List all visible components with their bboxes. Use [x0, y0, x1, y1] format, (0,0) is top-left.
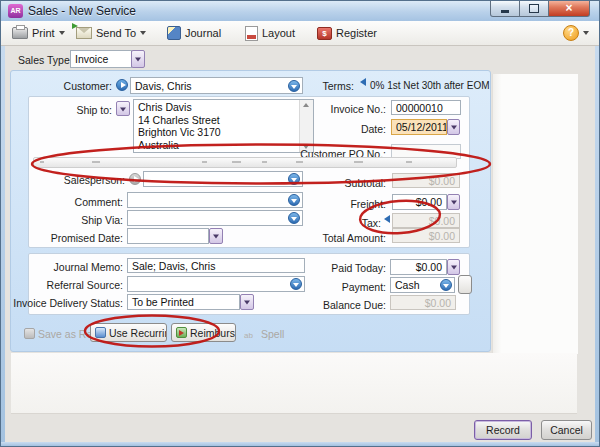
scroll-up-icon — [303, 103, 309, 107]
journal-memo-field[interactable]: Sale; Davis, Chris — [127, 258, 305, 273]
close-button[interactable] — [548, 1, 590, 17]
ship-to-address-box[interactable]: Chris Davis 14 Charles Street Brighton V… — [133, 99, 314, 153]
ship-via-dropdown-icon[interactable] — [288, 212, 300, 224]
customer-dropdown-icon[interactable] — [288, 80, 300, 92]
grid-tick — [202, 161, 207, 163]
paid-today-label: Paid Today: — [320, 262, 386, 274]
journal-button[interactable]: Journal — [164, 24, 224, 42]
minimize-button[interactable] — [490, 1, 520, 17]
use-recurring-button[interactable]: Use Recurrin — [90, 323, 167, 342]
freight-taxcode-dropdown-button[interactable] — [447, 194, 460, 210]
ship-to-line: Brighton Vic 3170 — [138, 126, 297, 139]
app-icon: AR — [8, 4, 23, 18]
ship-to-scrollbar[interactable] — [299, 100, 313, 152]
print-button[interactable]: Print — [9, 24, 68, 42]
payment-field[interactable]: Cash — [390, 277, 455, 293]
ship-to-label: Ship to: — [52, 104, 112, 116]
help-button[interactable] — [560, 24, 592, 42]
paid-today-dropdown-button[interactable] — [447, 259, 460, 275]
balance-due-field: $0.00 — [390, 295, 456, 310]
comment-dropdown-icon[interactable] — [288, 194, 300, 206]
layout-label: Layout — [262, 27, 295, 39]
paid-today-field[interactable]: $0.00 — [390, 259, 447, 275]
balance-due-value: $0.00 — [425, 297, 451, 309]
record-button[interactable]: Record — [474, 420, 532, 440]
salesperson-field[interactable] — [143, 171, 303, 187]
referral-source-dropdown-icon[interactable] — [290, 278, 302, 290]
sales-type-dropdown-button[interactable] — [131, 50, 145, 68]
grid-tick — [296, 161, 303, 163]
freight-value: $0.00 — [416, 196, 442, 208]
reimburse-label: Reimburs — [190, 327, 235, 339]
grid-tick — [406, 161, 412, 163]
send-to-dropdown-caret — [140, 31, 146, 35]
save-as-recurring-button: Save as Recur — [20, 324, 92, 343]
reimburse-button[interactable]: Reimburs — [171, 323, 236, 342]
cancel-label: Cancel — [550, 424, 583, 436]
window-frame-left — [1, 20, 5, 446]
grid-tick — [262, 161, 267, 163]
date-field[interactable]: 05/12/2011 — [391, 119, 447, 135]
ship-to-dropdown-button[interactable] — [116, 101, 130, 116]
toolbar: Print Send To Journal Layout Register — [1, 21, 599, 46]
caption-buttons — [491, 1, 590, 17]
grid-tick — [354, 161, 363, 163]
referral-source-label: Referral Source: — [40, 279, 123, 291]
maximize-icon — [529, 4, 539, 13]
use-recurring-label: Use Recurrin — [109, 327, 167, 339]
invoice-no-label: Invoice No.: — [320, 103, 386, 115]
cancel-button[interactable]: Cancel — [541, 420, 592, 440]
terms-label: Terms: — [314, 80, 354, 92]
delivery-status-field[interactable]: To be Printed — [127, 294, 240, 310]
payment-details-button-partial[interactable] — [458, 275, 472, 294]
journal-memo-value: Sale; Davis, Chris — [132, 260, 215, 272]
terms-arrow-icon[interactable] — [360, 78, 366, 86]
invoice-no-field[interactable]: 00000010 — [391, 100, 461, 115]
delivery-status-dropdown-button[interactable] — [240, 294, 254, 310]
subtotal-field: $0.00 — [392, 173, 460, 188]
comment-label: Comment: — [60, 196, 123, 208]
customer-field[interactable]: Davis, Chris — [130, 77, 303, 94]
tax-label: Tax: — [345, 217, 381, 229]
help-icon — [563, 25, 579, 41]
payment-dropdown-icon[interactable] — [440, 279, 452, 291]
date-value: 05/12/2011 — [396, 121, 447, 133]
payment-label: Payment: — [330, 281, 386, 293]
register-button[interactable]: Register — [314, 24, 380, 42]
promised-date-label: Promised Date: — [38, 232, 123, 244]
journal-memo-label: Journal Memo: — [40, 261, 123, 273]
record-label: Record — [486, 424, 520, 436]
customer-zoom-arrow-icon[interactable] — [116, 79, 128, 91]
window-frame-bottom — [1, 442, 599, 446]
sales-type-label: Sales Type: — [18, 54, 66, 66]
salesperson-dropdown-icon[interactable] — [288, 173, 300, 185]
print-dropdown-caret — [59, 31, 65, 35]
right-blank-panel — [492, 74, 578, 354]
ship-via-field[interactable] — [127, 210, 303, 226]
ship-via-label: Ship Via: — [60, 214, 123, 226]
referral-source-field[interactable] — [127, 276, 305, 292]
grid-tick — [92, 161, 100, 163]
window-title: Sales - New Service — [28, 4, 136, 18]
register-label: Register — [336, 27, 377, 39]
layout-icon — [245, 26, 258, 41]
date-label: Date: — [340, 123, 386, 135]
send-to-button[interactable]: Send To — [73, 24, 149, 42]
delivery-status-label: Invoice Delivery Status: — [6, 297, 123, 309]
comment-field[interactable] — [127, 192, 303, 208]
tax-arrow-icon[interactable] — [384, 215, 390, 223]
spell-icon — [244, 328, 258, 339]
layout-button[interactable]: Layout — [242, 24, 298, 42]
maximize-button[interactable] — [519, 1, 549, 17]
grid-tick — [232, 161, 241, 163]
promised-date-calendar-dropdown-button[interactable] — [209, 228, 223, 244]
total-amount-field: $0.00 — [392, 228, 460, 243]
balance-due-label: Balance Due: — [316, 299, 386, 311]
use-recurring-icon — [95, 327, 106, 338]
promised-date-field[interactable] — [127, 228, 209, 244]
freight-field[interactable]: $0.00 — [392, 194, 447, 210]
title-bar: AR Sales - New Service — [1, 1, 599, 22]
help-dropdown-caret — [583, 31, 589, 35]
date-calendar-dropdown-button[interactable] — [447, 119, 460, 135]
sales-type-select[interactable]: Invoice — [70, 50, 132, 68]
